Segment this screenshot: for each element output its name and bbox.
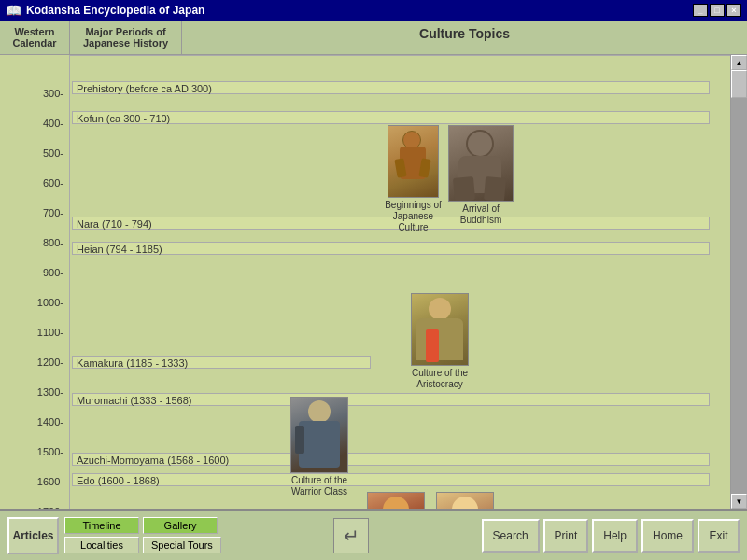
timeline-button[interactable]: Timeline xyxy=(64,517,139,534)
header-western-calendar: Western Calendar xyxy=(0,21,70,54)
year-300: 300- xyxy=(43,88,63,99)
scroll-thumb[interactable] xyxy=(731,70,747,98)
year-1600: 1600- xyxy=(37,476,63,487)
header: Western Calendar Major Periods of Japane… xyxy=(0,21,747,55)
scroll-down-button[interactable]: ▼ xyxy=(731,494,747,509)
period-label-kamakura: Kamakura (1185 - 1333) xyxy=(73,357,188,369)
help-button[interactable]: Help xyxy=(592,519,638,553)
warrior-label: Culture of theWarrior Class xyxy=(290,475,348,497)
back-arrow-icon: ↵ xyxy=(344,525,359,547)
exit-button[interactable]: Exit xyxy=(698,519,740,553)
year-600: 600- xyxy=(43,177,63,189)
gallery-button[interactable]: Gallery xyxy=(143,517,218,534)
year-1700: 1700- xyxy=(37,506,63,509)
close-button[interactable]: × xyxy=(726,4,741,17)
scroll-track xyxy=(731,70,747,494)
period-heian[interactable]: Heian (794 - 1185) xyxy=(72,242,710,255)
year-400: 400- xyxy=(43,118,63,129)
buddha-label: Arrival ofBuddhism xyxy=(448,203,514,226)
period-edo[interactable]: Edo (1600 - 1868) xyxy=(72,473,710,486)
titlebar-title: Kodansha Encyclopedia of Japan xyxy=(26,4,204,17)
action-buttons: Search Print Help Home Exit xyxy=(482,519,740,553)
search-button[interactable]: Search xyxy=(482,519,540,553)
period-label-muromachi: Muromachi (1333 - 1568) xyxy=(73,395,192,406)
period-label-edo: Edo (1600 - 1868) xyxy=(73,475,160,486)
edo-left-image xyxy=(367,492,425,509)
year-1300: 1300- xyxy=(37,386,63,398)
scrollbar[interactable]: ▲ ▼ xyxy=(730,55,747,509)
warrior-image xyxy=(290,397,348,473)
home-button[interactable]: Home xyxy=(641,519,694,553)
titlebar: 📖 Kodansha Encyclopedia of Japan _ □ × xyxy=(0,0,747,21)
nav-group: Timeline Gallery Localities Special Tour… xyxy=(64,517,221,553)
minimize-button[interactable]: _ xyxy=(693,4,708,17)
period-muromachi[interactable]: Muromachi (1333 - 1568) xyxy=(72,393,710,406)
aristocracy-label: Culture of theAristocracy xyxy=(411,368,469,390)
year-900: 900- xyxy=(43,267,63,278)
print-button[interactable]: Print xyxy=(543,519,589,553)
period-label-heian: Heian (794 - 1185) xyxy=(73,244,162,255)
app-icon: 📖 xyxy=(6,3,21,18)
period-kamakura[interactable]: Kamakura (1185 - 1333) xyxy=(72,356,371,369)
buddha-image xyxy=(448,125,514,202)
back-button[interactable]: ↵ xyxy=(333,518,369,553)
period-label-azuchi: Azuchi-Momoyama (1568 - 1600) xyxy=(73,455,229,466)
content-area: 300- 400- 500- 600- 700- 800- 900- 1000-… xyxy=(0,55,730,509)
year-800: 800- xyxy=(43,237,63,248)
image-aristocracy[interactable]: Culture of theAristocracy xyxy=(411,293,469,390)
year-1100: 1100- xyxy=(37,327,63,338)
year-1000: 1000- xyxy=(37,297,63,308)
image-edo-right[interactable] xyxy=(436,492,494,509)
image-buddha[interactable]: Arrival ofBuddhism xyxy=(448,125,514,226)
image-dogu[interactable]: Beginnings ofJapanese Culture xyxy=(378,125,448,233)
dogu-label: Beginnings ofJapanese Culture xyxy=(378,200,448,233)
articles-button[interactable]: Articles xyxy=(7,517,59,554)
image-warrior[interactable]: Culture of theWarrior Class xyxy=(290,397,348,497)
period-kofun[interactable]: Kofun (ca 300 - 710) xyxy=(72,111,710,124)
bottom-toolbar: Articles Timeline Gallery Localities Spe… xyxy=(0,509,747,560)
year-700: 700- xyxy=(43,207,63,218)
window-controls: _ □ × xyxy=(693,4,741,17)
period-azuchi[interactable]: Azuchi-Momoyama (1568 - 1600) xyxy=(72,453,710,466)
header-culture: Culture Topics xyxy=(182,21,747,54)
dogu-image xyxy=(388,125,439,198)
year-1400: 1400- xyxy=(37,416,63,427)
period-prehistory[interactable]: Prehistory (before ca AD 300) xyxy=(72,81,710,94)
localities-button[interactable]: Localities xyxy=(64,537,139,553)
edo-right-image xyxy=(436,492,494,509)
year-1200: 1200- xyxy=(37,357,63,368)
scroll-up-button[interactable]: ▲ xyxy=(731,55,747,70)
maximize-button[interactable]: □ xyxy=(710,4,725,17)
period-label-kofun: Kofun (ca 300 - 710) xyxy=(73,113,170,124)
special-tours-button[interactable]: Special Tours xyxy=(143,537,221,553)
header-periods: Major Periods of Japanese History xyxy=(70,21,182,54)
main-container: Western Calendar Major Periods of Japane… xyxy=(0,21,747,560)
calendar-column: 300- 400- 500- 600- 700- 800- 900- 1000-… xyxy=(0,55,70,509)
year-1500: 1500- xyxy=(37,446,63,457)
image-edo-left[interactable] xyxy=(367,492,425,509)
period-label-nara: Nara (710 - 794) xyxy=(73,218,152,230)
year-500: 500- xyxy=(43,147,63,159)
period-label-prehistory: Prehistory (before ca AD 300) xyxy=(73,83,212,94)
aristocracy-image xyxy=(411,293,469,366)
